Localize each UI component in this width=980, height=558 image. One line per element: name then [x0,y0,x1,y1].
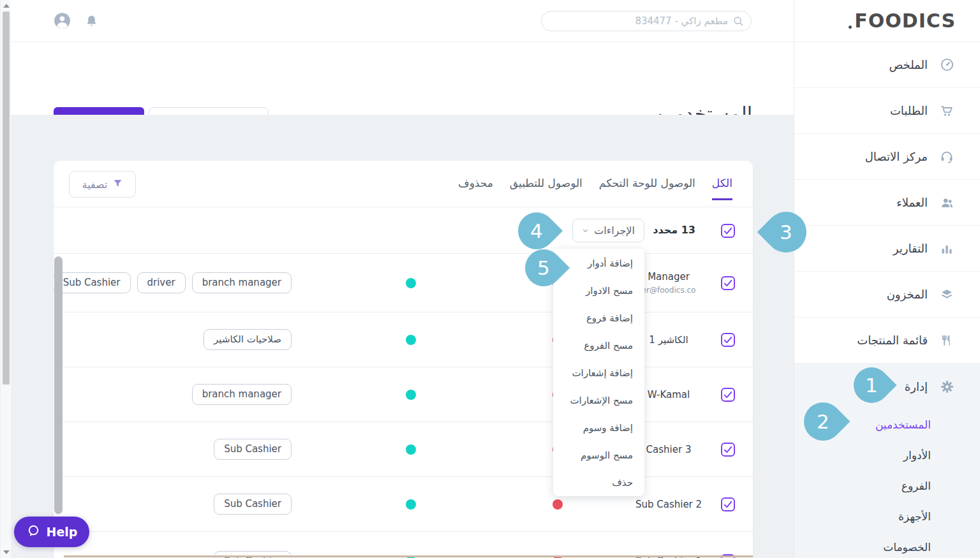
scrollbar-thumb[interactable] [3,11,10,385]
menu-item-clear-notifications[interactable]: مسح الإشعارات [553,386,644,414]
roles-cell: branch manager driver Sub Cashier + [54,254,292,312]
tab-all[interactable]: الكل [712,177,732,200]
global-search [541,11,752,31]
menu-item-add-tags[interactable]: إضافة وسوم [553,414,644,441]
content-area: الكل الوصول للوحة التحكم الوصول للتطبيق … [11,115,794,558]
roles-cell: branch manager [192,367,292,422]
table-row: Cashier 3 Sub Cashier [54,422,753,477]
search-icon [733,16,744,29]
select-all-checkbox[interactable] [721,224,735,238]
foodics-logo[interactable]: FOODICS [854,10,956,32]
help-button[interactable]: Help [14,517,89,547]
chevron-down-icon [582,224,589,237]
sidebar-item-customers[interactable]: العملاء [794,180,980,226]
dashboard-icon [939,57,955,72]
role-chip: branch manager [192,272,292,293]
filter-label: تصفية [82,179,108,191]
filter-button[interactable]: تصفية [69,171,136,198]
row-checkbox[interactable] [721,333,735,347]
search-input[interactable] [542,11,751,31]
products-icon [939,334,955,348]
role-chip: صلاحيات الكاشير [204,329,292,350]
role-chip: Sub Cashier [214,494,292,515]
actions-dropdown-menu: إضافة أدوار مسح الادوار إضافة فروع مسح ا… [553,249,644,496]
app-access-dot [553,499,563,510]
admin-submenu: المستخدمين الأدوار الفروع الأجهزة الخصوم… [794,409,980,558]
bell-icon[interactable] [85,13,98,31]
menu-item-add-branches[interactable]: إضافة فروع [553,304,644,332]
sidebar-item-label: التقارير [893,242,928,255]
customers-icon [939,196,955,210]
page-scrollbar [0,0,11,558]
user-cell: Sub Cashier 1 [621,532,716,558]
user-name: Cashier 3 [646,444,692,455]
role-chip: branch manager [192,384,292,405]
table-horizontal-scrollbar[interactable] [64,555,753,557]
console-access-dot [406,390,416,400]
sidebar-item-call-center[interactable]: مركز الاتصال [794,134,980,180]
tab-deleted[interactable]: محذوف [458,177,493,200]
sidebar-admin-section: إدارة المستخدمين الأدوار الفروع الأجهزة … [794,363,980,558]
headset-icon [939,150,955,164]
sidebar-nav: الملخص الطلبات مركز الاتصال العملاء التق… [794,42,980,363]
sidebar-item-label: قائمة المنتجات [857,334,928,347]
user-email: er@foodics.co [642,286,696,295]
users-card: الكل الوصول للوحة التحكم الوصول للتطبيق … [54,161,753,558]
table-row: الكاشير 1 صلاحيات الكاشير [54,312,753,367]
menu-item-delete[interactable]: حذف [553,469,644,496]
sidebar-item-admin[interactable]: إدارة [794,363,980,409]
roles-cell: صلاحيات الكاشير [204,312,292,367]
actions-button[interactable]: الإجراءات [572,219,644,242]
console-access-dot [406,499,416,510]
logo-row: FOODICS [794,0,980,42]
main-area: المستخدمين إضافة مستخدم إستيراد/ تصدير ا… [11,0,794,558]
menu-item-add-notifications[interactable]: إضافة إشعارات [553,359,644,386]
topbar [11,0,794,42]
sidebar-item-devices[interactable]: الأجهزة [794,501,980,532]
logo-text: FOODICS [854,10,956,32]
menu-item-clear-branches[interactable]: مسح الفروع [553,332,644,359]
reports-icon [939,242,955,255]
sidebar-item-discounts[interactable]: الخصومات [794,532,980,558]
sidebar-item-users[interactable]: المستخدمين [794,409,980,440]
logo-dot-icon [849,26,852,29]
menu-item-add-roles[interactable]: إضافة أدوار [553,249,644,277]
roles-cell: Sub Cashier [214,422,292,476]
table-vertical-scrollbar[interactable] [54,256,63,514]
row-checkbox[interactable] [721,443,735,457]
sidebar-item-summary[interactable]: الملخص [794,42,980,88]
tabs-row: الكل الوصول للوحة التحكم الوصول للتطبيق … [54,161,753,207]
inventory-icon [939,288,955,302]
console-access-dot [406,335,416,345]
table-row: Sub Cashier 2 Sub Cashier [54,477,753,532]
selected-count: 13 محدد [653,224,695,236]
menu-item-clear-roles[interactable]: مسح الادوار [553,277,644,304]
scroll-down-arrow[interactable] [3,550,10,554]
sidebar-item-label: الملخص [889,58,928,71]
user-name: W-Kamal [648,389,690,400]
sidebar-item-orders[interactable]: الطلبات [794,88,980,134]
row-checkbox[interactable] [721,276,735,290]
table-row: Manager er@foodics.co branch manager dri… [54,254,753,312]
sidebar-item-products[interactable]: قائمة المنتجات [794,318,980,363]
tab-app-access[interactable]: الوصول للتطبيق [510,177,583,200]
selection-bar: 13 محدد الإجراءات [54,207,753,254]
gear-icon [939,379,955,394]
sidebar-item-roles[interactable]: الأدوار [794,440,980,471]
roles-cell: Sub Cashier [214,532,292,558]
row-checkbox[interactable] [721,388,735,402]
role-chip: Sub Cashier [54,272,131,293]
console-access-dot [406,278,416,288]
roles-cell: Sub Cashier [214,477,292,531]
row-checkbox[interactable] [721,497,735,511]
sidebar-item-label: المخزون [887,288,928,301]
sidebar-item-reports[interactable]: التقارير [794,226,980,272]
role-chip: Sub Cashier [214,439,292,460]
sidebar-item-branches[interactable]: الفروع [794,471,980,501]
menu-item-clear-tags[interactable]: مسح الوسوم [553,441,644,469]
avatar-icon[interactable] [54,12,71,32]
scroll-up-arrow[interactable] [3,4,10,8]
help-label: Help [47,525,78,539]
tab-console-access[interactable]: الوصول للوحة التحكم [599,177,695,200]
sidebar-item-inventory[interactable]: المخزون [794,272,980,318]
